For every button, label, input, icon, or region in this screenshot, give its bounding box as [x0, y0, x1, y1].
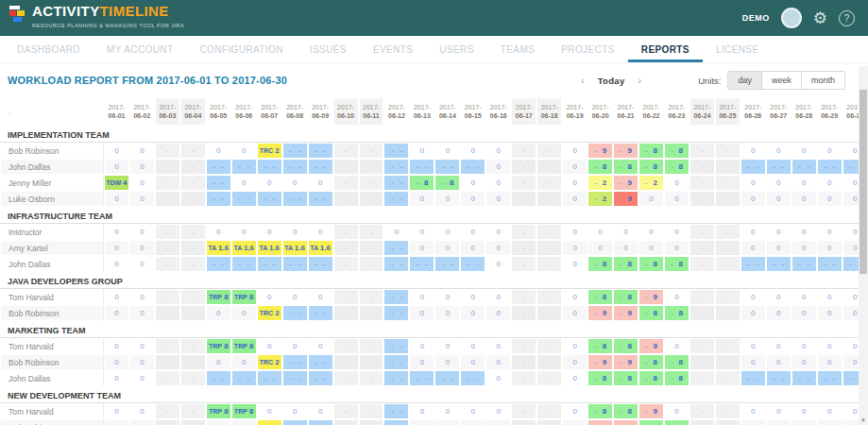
workload-cell[interactable]: --: [282, 159, 308, 175]
workload-cell[interactable]: -9: [613, 191, 638, 207]
workload-cell[interactable]: -: [689, 354, 715, 370]
workload-cell[interactable]: --: [409, 370, 434, 386]
workload-cell[interactable]: -: [180, 240, 206, 256]
workload-cell[interactable]: -: [715, 256, 740, 272]
workload-cell[interactable]: 0: [817, 354, 842, 370]
workload-cell[interactable]: --: [817, 370, 842, 386]
workload-cell[interactable]: --: [383, 159, 409, 175]
workload-cell[interactable]: 0: [409, 338, 434, 354]
workload-cell[interactable]: --: [460, 256, 485, 272]
workload-cell[interactable]: -: [536, 143, 562, 159]
workload-cell[interactable]: -8: [587, 370, 613, 386]
workload-cell[interactable]: TRP8: [231, 289, 257, 305]
workload-cell[interactable]: -: [511, 370, 536, 386]
workload-cell[interactable]: --: [308, 159, 333, 175]
workload-cell[interactable]: --: [383, 256, 409, 272]
tab-teams[interactable]: TEAMS: [487, 44, 548, 62]
workload-cell[interactable]: --: [308, 191, 333, 207]
workload-cell[interactable]: TRP8: [206, 403, 231, 419]
workload-cell[interactable]: --: [740, 159, 766, 175]
workload-cell[interactable]: 0: [817, 403, 842, 419]
workload-cell[interactable]: 0: [231, 354, 257, 370]
workload-cell[interactable]: -: [180, 338, 206, 354]
workload-cell[interactable]: 0: [257, 175, 282, 191]
workload-cell[interactable]: 0: [791, 305, 817, 321]
workload-cell[interactable]: --: [383, 354, 409, 370]
workload-cell[interactable]: -: [359, 143, 384, 159]
workload-cell[interactable]: 0: [562, 370, 587, 386]
workload-cell[interactable]: 0: [562, 224, 587, 240]
workload-cell[interactable]: -: [715, 354, 740, 370]
workload-cell[interactable]: -: [689, 224, 715, 240]
workload-cell[interactable]: 0: [129, 289, 155, 305]
workload-cell[interactable]: --: [791, 256, 817, 272]
workload-cell[interactable]: 0: [485, 224, 511, 240]
workload-cell[interactable]: TRC2: [257, 419, 282, 425]
workload-cell[interactable]: TRC2: [257, 143, 282, 159]
workload-cell[interactable]: -8: [587, 159, 613, 175]
workload-cell[interactable]: -: [689, 305, 715, 321]
workload-cell[interactable]: 0: [740, 289, 766, 305]
workload-cell[interactable]: -: [689, 289, 715, 305]
workload-cell[interactable]: -: [511, 143, 536, 159]
workload-cell[interactable]: -: [511, 159, 536, 175]
workload-cell[interactable]: --: [791, 159, 817, 175]
workload-cell[interactable]: --: [257, 256, 282, 272]
workload-cell[interactable]: --: [282, 256, 308, 272]
workload-cell[interactable]: 0: [766, 175, 791, 191]
workload-cell[interactable]: 0: [562, 175, 587, 191]
workload-cell[interactable]: TA1.6: [231, 240, 257, 256]
workload-cell[interactable]: -: [511, 403, 536, 419]
workload-cell[interactable]: 0: [791, 419, 817, 425]
workload-cell[interactable]: -: [180, 256, 206, 272]
workload-cell[interactable]: 0: [409, 354, 434, 370]
workload-cell[interactable]: 0: [613, 224, 638, 240]
workload-cell[interactable]: -: [511, 256, 536, 272]
workload-cell[interactable]: -: [155, 289, 180, 305]
workload-cell[interactable]: 0: [104, 289, 129, 305]
workload-cell[interactable]: TRP8: [206, 289, 231, 305]
workload-cell[interactable]: -: [536, 224, 562, 240]
workload-cell[interactable]: 0: [282, 175, 308, 191]
unit-button-week[interactable]: week: [761, 71, 802, 90]
workload-cell[interactable]: -8: [638, 305, 664, 321]
workload-cell[interactable]: -: [155, 305, 180, 321]
workload-cell[interactable]: 0: [409, 305, 434, 321]
workload-cell[interactable]: 0: [664, 289, 689, 305]
workload-cell[interactable]: -: [333, 175, 359, 191]
workload-cell[interactable]: -8: [638, 419, 664, 425]
workload-cell[interactable]: -: [689, 175, 715, 191]
workload-cell[interactable]: -: [155, 338, 180, 354]
workload-cell[interactable]: --: [460, 159, 485, 175]
workload-cell[interactable]: 0: [460, 224, 485, 240]
workload-cell[interactable]: --: [282, 370, 308, 386]
workload-cell[interactable]: -9: [638, 338, 664, 354]
workload-cell[interactable]: -9: [638, 403, 664, 419]
workload-cell[interactable]: 0: [817, 338, 842, 354]
workload-cell[interactable]: -8: [638, 143, 664, 159]
workload-cell[interactable]: -: [155, 354, 180, 370]
workload-cell[interactable]: -: [511, 338, 536, 354]
workload-cell[interactable]: 0: [817, 175, 842, 191]
workload-cell[interactable]: 0: [587, 240, 613, 256]
workload-cell[interactable]: 0: [434, 419, 460, 425]
workload-cell[interactable]: 0: [129, 143, 155, 159]
workload-cell[interactable]: -: [333, 256, 359, 272]
workload-cell[interactable]: 0: [206, 354, 231, 370]
workload-cell[interactable]: 0: [664, 338, 689, 354]
workload-cell[interactable]: 0: [434, 338, 460, 354]
workload-cell[interactable]: -: [359, 224, 384, 240]
workload-cell[interactable]: -: [689, 419, 715, 425]
workload-cell[interactable]: 0: [460, 338, 485, 354]
workload-cell[interactable]: --: [740, 370, 766, 386]
workload-cell[interactable]: 0: [817, 143, 842, 159]
workload-cell[interactable]: -: [689, 338, 715, 354]
workload-cell[interactable]: 0: [206, 419, 231, 425]
workload-cell[interactable]: -: [511, 240, 536, 256]
workload-cell[interactable]: 0: [740, 403, 766, 419]
workload-cell[interactable]: 0: [791, 403, 817, 419]
workload-cell[interactable]: -: [511, 191, 536, 207]
tab-projects[interactable]: PROJECTS: [548, 44, 628, 62]
workload-cell[interactable]: 0: [409, 224, 434, 240]
workload-cell[interactable]: -: [511, 175, 536, 191]
